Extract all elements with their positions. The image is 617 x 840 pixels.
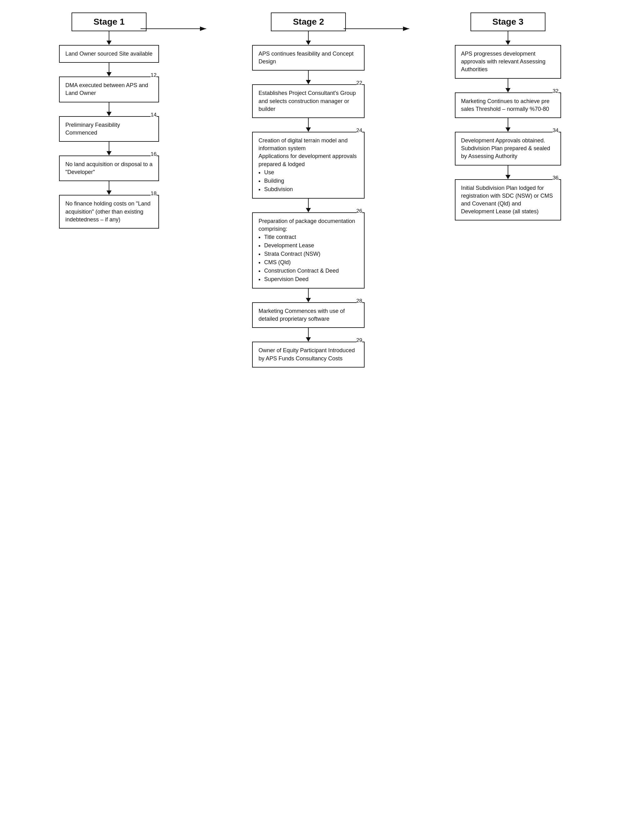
step-num-14: 14 [151,111,156,119]
box-no-finance-text: No finance holding costs on "Land acquis… [65,200,151,223]
bullet-dev-lease: Development Lease [264,242,358,250]
bullet-supervision: Supervision Deed [264,275,358,283]
bullet-cms: CMS (Qld) [264,258,358,267]
box-initial-subdivision-text: Initial Subdivision Plan lodged for regi… [461,185,553,215]
digital-terrain-bullets: Use Building Subdivision [264,168,358,194]
box-land-owner-text: Land Owner sourced Site available [65,51,152,57]
box-land-owner: Land Owner sourced Site available [59,45,159,63]
arrow-c3-3 [418,118,598,132]
box-no-land: 16 No land acquisition or disposal to a … [59,156,159,181]
box-preparation: 26 Preparation of package documentation … [252,212,365,289]
box-marketing: 28 Marketing Commences with use of detai… [252,302,365,328]
box-dev-approvals: 34 Development Approvals obtained. Subdi… [455,132,561,165]
bullet-strata: Strata Contract (NSW) [264,250,358,258]
bullet-use: Use [264,168,358,177]
arrow-c2-2 [218,71,399,84]
step-num-32: 32 [553,87,559,95]
box-initial-subdivision: 36 Initial Subdivision Plan lodged for r… [455,179,561,221]
box-marketing-continues: 32 Marketing Continues to achieve pre sa… [455,93,561,118]
step-num-16: 16 [151,150,156,158]
bullet-construction: Construction Contract & Deed [264,267,358,275]
flowchart: Stage 1 Land Owner sourced Site availabl… [19,12,598,367]
stage-2-header: Stage 2 [271,12,346,31]
step-num-29: 29 [356,337,362,344]
box-marketing-text: Marketing Commences with use of detailed… [258,308,345,322]
bullet-building: Building [264,177,358,185]
bullet-subdivision: Subdivision [264,185,358,194]
column-2: Stage 2 APS continues feasibility and Co… [218,12,399,367]
preparation-bullets: Title contract Development Lease Strata … [264,233,358,283]
box-digital-terrain: 24 Creation of digital terrain model and… [252,132,365,199]
step-num-26: 26 [356,207,362,215]
box-preliminary: 14 Preliminary Feasibility Commenced [59,116,159,142]
box-marketing-continues-text: Marketing Continues to achieve pre sales… [461,98,549,112]
arrow-2 [19,63,199,77]
arrow-c2-6 [218,328,399,342]
step-num-22: 22 [356,79,362,87]
box-dma: 12 DMA executed between APS and Land Own… [59,77,159,102]
box-no-land-text: No land acquisition or disposal to a "De… [65,161,152,175]
bullet-title: Title contract [264,233,358,242]
box-aps-progresses: APS progresses development approvals wit… [455,45,561,79]
box-aps-continues-text: APS continues feasibility and Concept De… [258,51,353,65]
arrow-c2-4 [218,199,399,212]
arrow-4 [19,142,199,156]
arrow-c3-1 [418,31,598,45]
arrow-5 [19,181,199,195]
step-num-28: 28 [356,297,362,305]
arrow-c3-4 [418,165,598,179]
arrow-c2-5 [218,289,399,302]
arrow-c2-1 [218,31,399,45]
arrow-c2-3 [218,118,399,132]
box-preliminary-text: Preliminary Feasibility Commenced [65,122,120,136]
box-establishes: 22 Establishes Project Consultant's Grou… [252,84,365,118]
arrow-1 [19,31,199,45]
step-num-12: 12 [151,72,156,79]
box-establishes-text: Establishes Project Consultant's Group a… [258,90,356,112]
box-dev-approvals-text: Development Approvals obtained. Subdivis… [461,137,550,159]
column-3: Stage 3 APS progresses development appro… [418,12,598,221]
stage-1-header: Stage 1 [72,12,146,31]
box-preparation-text: Preparation of package documentation com… [258,218,355,232]
step-num-36: 36 [553,174,559,182]
step-num-24: 24 [356,127,362,134]
arrow-3 [19,102,199,116]
arrow-c3-2 [418,79,598,93]
box-no-finance: 18 No finance holding costs on "Land acq… [59,195,159,228]
box-aps-progresses-text: APS progresses development approvals wit… [461,51,545,72]
box-owner-equity-text: Owner of Equity Participant Introduced b… [258,347,354,361]
column-1: Stage 1 Land Owner sourced Site availabl… [19,12,199,228]
box-aps-continues: APS continues feasibility and Concept De… [252,45,365,71]
step-num-34: 34 [553,127,559,134]
box-dma-text: DMA executed between APS and Land Owner [65,82,148,96]
box-owner-equity: 29 Owner of Equity Participant Introduce… [252,342,365,367]
step-num-18: 18 [151,190,156,197]
box-digital-terrain-text: Creation of digital terrain model and in… [258,137,356,167]
stage-3-header: Stage 3 [471,12,545,31]
